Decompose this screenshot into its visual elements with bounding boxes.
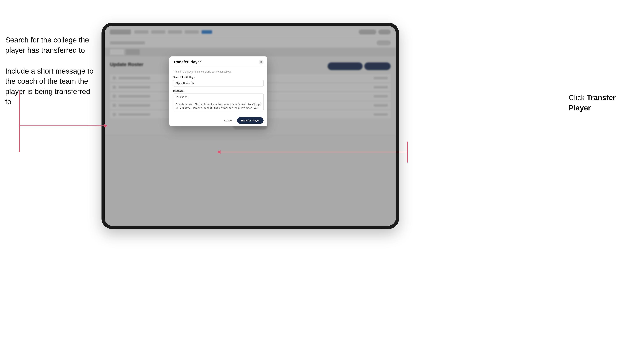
transfer-player-button[interactable]: Transfer Player <box>237 117 264 124</box>
cancel-button[interactable]: Cancel <box>222 118 235 123</box>
message-textarea[interactable] <box>173 93 264 111</box>
tablet-screen: Update Roster <box>105 26 396 226</box>
modal-title: Transfer Player <box>173 60 201 64</box>
annotation-click-text: Click Transfer Player <box>569 93 635 113</box>
search-college-label: Search for College <box>173 76 264 79</box>
close-icon: × <box>260 60 262 64</box>
modal-subtitle: Transfer the player and their profile to… <box>173 70 264 73</box>
message-label: Message <box>173 89 264 92</box>
modal-overlay: Transfer Player × Transfer the player an… <box>105 26 396 226</box>
annotation-left: Search for the college the player has tr… <box>5 35 96 118</box>
transfer-player-modal: Transfer Player × Transfer the player an… <box>170 56 268 126</box>
annotation-right: Click Transfer Player <box>569 93 635 124</box>
modal-header: Transfer Player × <box>170 56 268 67</box>
modal-footer: Cancel Transfer Player <box>170 115 268 126</box>
search-college-input[interactable] <box>173 80 264 87</box>
annotation-message-text: Include a short message to the coach of … <box>5 66 96 107</box>
annotation-search-text: Search for the college the player has tr… <box>5 35 96 56</box>
tablet-device: Update Roster <box>102 23 399 229</box>
modal-body: Transfer the player and their profile to… <box>170 67 268 115</box>
modal-close-button[interactable]: × <box>259 60 264 64</box>
